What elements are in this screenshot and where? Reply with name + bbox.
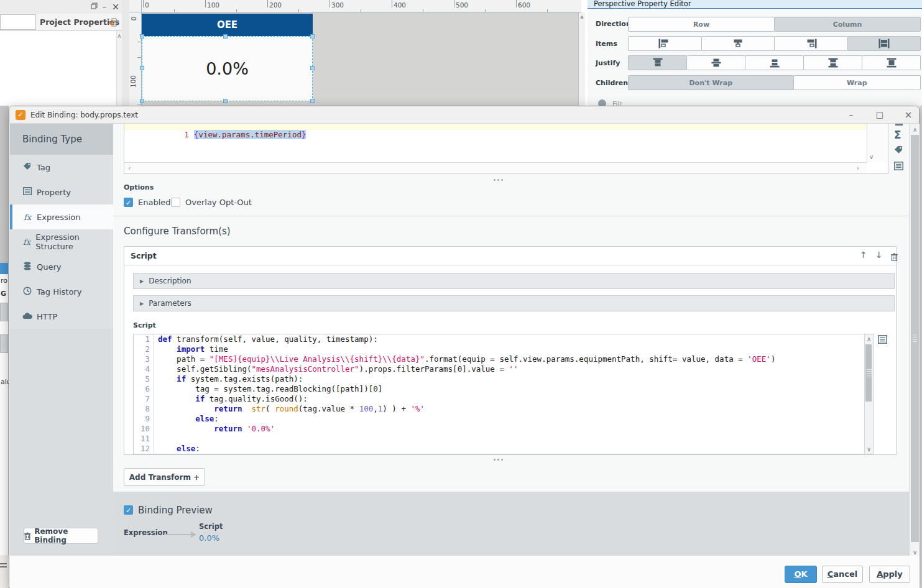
code-line[interactable]: 3 path = "[MES]{equip}\\Live Analysis\\{…	[134, 354, 873, 364]
script-panel-title: Script	[131, 251, 157, 260]
expression-editor[interactable]: 1{view.params.timePeriod} ∨ ‹ ›	[124, 124, 888, 174]
selection-handle[interactable]	[140, 34, 144, 39]
code-editor-scrollbar[interactable]: ∧ ∨	[864, 334, 873, 454]
scrollbar-thumb[interactable]	[865, 344, 872, 402]
partial-icon[interactable]	[895, 124, 903, 126]
preview-transform-label: Script	[199, 522, 223, 531]
scroll-up-icon[interactable]: ∧	[867, 334, 871, 344]
binding-preview-checkbox[interactable]	[124, 505, 133, 515]
expression-line[interactable]: 1{view.params.timePeriod}	[124, 124, 867, 130]
close-icon[interactable]: ×	[111, 2, 121, 12]
scrollbar-thumb[interactable]	[911, 135, 919, 542]
code-line[interactable]: 4 self.getSibling("mesAnalysisController…	[134, 364, 873, 374]
parameters-section[interactable]: ▶ Parameters	[133, 295, 895, 311]
binding-type-query[interactable]: Query	[10, 254, 113, 279]
close-icon[interactable]: ×	[903, 110, 913, 120]
tag-icon[interactable]	[894, 145, 903, 157]
panel-gap	[122, 0, 129, 106]
code-line[interactable]: 1def transform(self, value, quality, tim…	[134, 334, 873, 344]
selection-handle[interactable]	[310, 34, 315, 39]
expression-vertical-scrollbar[interactable]: ∨	[867, 124, 888, 162]
code-line[interactable]: 2 import time	[134, 344, 873, 354]
maximize-icon[interactable]: □	[875, 110, 885, 120]
move-up-icon[interactable]: ↑	[860, 250, 867, 260]
minimize-icon[interactable]: –	[846, 110, 856, 120]
children-dont-wrap-button[interactable]: Don't Wrap	[628, 75, 794, 90]
dialog-titlebar[interactable]: ✓ Edit Binding: body.props.text – □ ×	[9, 106, 919, 124]
direction-row-button[interactable]: Row	[628, 17, 775, 32]
items-align-start-button[interactable]	[628, 36, 702, 51]
scroll-up-icon[interactable]: ∧	[913, 125, 917, 134]
enabled-checkbox[interactable]	[124, 198, 133, 207]
overlay-opt-out-checkbox[interactable]	[171, 198, 180, 207]
ok-button[interactable]: OK	[785, 566, 817, 583]
script-code-editor[interactable]: 1def transform(self, value, quality, tim…	[133, 334, 874, 454]
list-icon[interactable]	[894, 161, 903, 173]
design-canvas[interactable]: OEE 0.0%	[142, 12, 578, 106]
remove-binding-button[interactable]: Remove Binding	[24, 528, 98, 544]
direction-column-button[interactable]: Column	[774, 17, 921, 32]
dialog-scrollbar[interactable]: ∧ ∨	[909, 124, 920, 556]
items-align-end-button[interactable]	[774, 36, 848, 51]
items-align-center-button[interactable]	[701, 36, 775, 51]
children-wrap-button[interactable]: Wrap	[793, 75, 921, 90]
selection-handle[interactable]	[140, 99, 144, 103]
binding-type-tag-history[interactable]: Tag History	[10, 279, 113, 304]
scroll-up-icon[interactable]: ▲	[579, 12, 585, 22]
scroll-down-icon[interactable]: ∨	[867, 444, 871, 454]
justify-end-button[interactable]	[745, 55, 804, 70]
background-fragment	[0, 334, 8, 353]
binding-type-expression[interactable]: fx Expression	[10, 204, 113, 229]
code-line[interactable]: 5 if system.tag.exists(path):	[134, 374, 873, 384]
justify-center-button[interactable]	[686, 55, 745, 70]
canvas-scrollbar[interactable]: ▲	[578, 12, 585, 106]
project-properties-label[interactable]: Project Properties	[40, 17, 119, 27]
expression-code-area[interactable]: 1{view.params.timePeriod}	[124, 124, 867, 158]
add-transform-button[interactable]: Add Transform +	[124, 468, 205, 486]
resize-handle-dots[interactable]	[494, 459, 503, 461]
scroll-right-icon[interactable]: ›	[857, 163, 859, 173]
code-line[interactable]: 11	[134, 434, 873, 444]
scroll-up-icon[interactable]: ∧	[117, 31, 122, 40]
justify-space-between-button[interactable]	[803, 55, 862, 70]
move-down-icon[interactable]: ↓	[875, 250, 883, 260]
selection-handle[interactable]	[223, 99, 228, 103]
code-line[interactable]: 10 return '0.0%'	[134, 424, 873, 434]
apply-button[interactable]: Apply	[869, 566, 910, 583]
binding-type-property[interactable]: Property	[10, 180, 113, 204]
filter-field[interactable]	[0, 14, 36, 30]
oee-component-value[interactable]: 0.0%	[142, 36, 313, 101]
justify-space-around-button[interactable]	[862, 55, 921, 70]
trash-icon[interactable]	[891, 252, 898, 264]
code-line[interactable]: 12 else:	[134, 444, 873, 454]
selection-handle[interactable]	[223, 34, 228, 39]
background-fragment-text: G	[1, 290, 6, 298]
binding-type-expression-structure[interactable]: fx Expression Structure	[10, 229, 113, 254]
binding-type-label: Tag History	[37, 287, 81, 296]
justify-start-button[interactable]	[628, 55, 687, 70]
description-section[interactable]: ▶ Description	[133, 273, 895, 289]
cancel-button[interactable]: Cancel	[822, 566, 863, 583]
scroll-left-icon[interactable]: ‹	[128, 163, 131, 173]
code-line[interactable]: 7 if tag.quality.isGood():	[134, 394, 873, 404]
binding-type-tag[interactable]: Tag	[10, 155, 113, 180]
list-icon[interactable]	[878, 334, 887, 346]
scroll-down-icon[interactable]: ∨	[869, 152, 874, 162]
items-align-stretch-button[interactable]	[847, 36, 921, 51]
expression-text[interactable]: {view.params.timePeriod}	[194, 130, 307, 139]
mini-window-scrollbar[interactable]: ∧	[116, 31, 122, 106]
expression-horizontal-scrollbar[interactable]: ‹ ›	[124, 162, 867, 173]
code-line[interactable]: 8 return str( round(tag.value * 100,1) )…	[134, 404, 873, 414]
selection-handle[interactable]	[140, 66, 144, 70]
code-line[interactable]: 9 else:	[134, 414, 873, 424]
oee-component-header[interactable]: OEE	[142, 14, 313, 36]
binding-type-http[interactable]: HTTP	[10, 304, 113, 329]
resize-handle-dots[interactable]	[494, 179, 503, 181]
jump-to-icon[interactable]	[108, 17, 117, 29]
selection-handle[interactable]	[310, 99, 315, 103]
minimize-icon[interactable]: –	[99, 2, 109, 12]
restore-icon[interactable]	[89, 2, 99, 12]
sigma-icon[interactable]: Σ	[894, 129, 901, 141]
code-line[interactable]: 6 tag = system.tag.readBlocking([path])[…	[134, 384, 873, 394]
selection-handle[interactable]	[310, 66, 315, 70]
